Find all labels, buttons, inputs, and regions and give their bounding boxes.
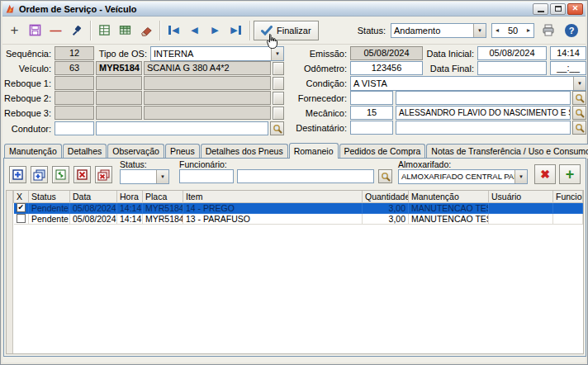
record-count-spinner[interactable]: ◂ 50 ▸ <box>491 23 534 38</box>
add-row-button[interactable] <box>9 166 26 183</box>
mecanico-lookup-button[interactable] <box>572 106 586 120</box>
tab-notas-transferencia[interactable]: Notas de Transferência / Uso e Consumo <box>426 144 588 159</box>
col-header-check[interactable]: X <box>14 191 29 202</box>
prev-record-button[interactable]: ◀ <box>184 20 205 41</box>
finalizar-label: Finalizar <box>277 26 311 36</box>
reboque1-browse-button[interactable] <box>273 77 284 90</box>
window-title: Ordem de Serviço - Veículo <box>19 4 531 14</box>
finalizar-button[interactable]: Finalizar <box>254 21 319 40</box>
spin-right-icon[interactable]: ▸ <box>524 26 533 34</box>
row-checkbox-checked[interactable]: ✔ <box>17 203 26 212</box>
destinatario-code-field[interactable] <box>350 121 393 135</box>
reboque2-browse-button[interactable] <box>273 92 284 105</box>
funcionario-lookup-button[interactable] <box>378 169 392 183</box>
print-button[interactable] <box>539 20 557 41</box>
spinner-value: 50 <box>502 26 524 36</box>
new-record-button[interactable]: + <box>4 20 25 41</box>
tab-detalhes-dos-pneus[interactable]: Detalhes dos Pneus <box>201 144 288 159</box>
condutor-label: Condutor: <box>3 124 55 134</box>
condutor-code-field[interactable] <box>55 121 94 135</box>
col-header-status[interactable]: Status <box>29 191 70 202</box>
order-form: Sequência: 12 Tipo de OS: INTERNA ▼ Veíc… <box>3 46 586 142</box>
tab-pedidos-de-compra[interactable]: Pedidos de Compra <box>339 144 426 159</box>
refresh-row-button[interactable] <box>52 166 69 183</box>
remove-selected-button[interactable]: ✖ <box>534 164 556 184</box>
col-header-data[interactable]: Data <box>70 191 117 202</box>
data-final-time-field[interactable]: __:__ <box>550 61 586 75</box>
save-button[interactable] <box>25 20 45 41</box>
fornecedor-label: Fornecedor: <box>287 93 350 103</box>
col-header-usuario[interactable]: Usuário <box>489 191 553 202</box>
delete-record-button[interactable]: — <box>45 20 66 41</box>
col-header-placa[interactable]: Placa <box>143 191 183 202</box>
sequencia-row: Sequência: 12 Tipo de OS: INTERNA ▼ <box>3 46 284 60</box>
insert-selected-button[interactable]: + <box>559 164 581 184</box>
mecanico-name-field[interactable]: ALESSANDRO FLAVIO DO NASCIMENTO E SILVA <box>396 106 571 120</box>
chevron-down-icon[interactable]: ▼ <box>156 170 168 183</box>
col-header-hora[interactable]: Hora <box>117 191 143 202</box>
cell-manutencao: MANUTENCAO TESTE 2 <box>409 202 489 213</box>
data-inicial-time-field[interactable]: 14:14 <box>550 46 586 60</box>
tab-romaneio[interactable]: Romaneio <box>289 143 339 159</box>
tab-detalhes[interactable]: Detalhes <box>63 144 107 159</box>
chevron-down-icon[interactable]: ▼ <box>573 77 586 90</box>
col-header-funcionario[interactable]: Funcion <box>553 191 583 202</box>
reboque3-browse-button[interactable] <box>273 107 284 120</box>
condutor-name-field[interactable] <box>96 121 268 135</box>
first-record-button[interactable]: ◀ <box>164 20 184 41</box>
tab-manutencao[interactable]: Manutenção <box>4 144 62 159</box>
delete-row-button[interactable] <box>74 166 91 183</box>
grid-view-button[interactable] <box>115 20 135 41</box>
tab-observacao[interactable]: Observação <box>107 144 164 159</box>
table-row[interactable]: Pendente 05/08/2024 14:14 MYR5184 13 - P… <box>14 213 583 224</box>
help-button[interactable]: ? <box>562 20 581 41</box>
clear-button[interactable] <box>135 20 156 41</box>
maximize-button[interactable] <box>550 3 566 15</box>
chevron-down-icon[interactable]: ▼ <box>514 170 527 183</box>
status-select[interactable]: Andamento ▼ <box>391 23 486 38</box>
chevron-down-icon[interactable]: ▼ <box>271 47 283 60</box>
minimize-button[interactable] <box>533 3 548 15</box>
filter-status-value <box>121 170 156 183</box>
veiculo-browse-button[interactable] <box>273 62 284 75</box>
last-record-button[interactable]: ▶ <box>225 20 246 41</box>
funcionario-code-field[interactable] <box>179 169 234 183</box>
condicao-select[interactable]: A VISTA ▼ <box>350 76 586 91</box>
fornecedor-name-field[interactable] <box>396 91 571 105</box>
col-header-item[interactable]: Item <box>183 191 363 202</box>
add-multiple-button[interactable] <box>31 166 48 183</box>
col-header-manutencao[interactable]: Manutenção <box>409 191 489 202</box>
fornecedor-lookup-button[interactable] <box>572 91 586 105</box>
tab-bar: Manutenção Detalhes Observação Pneus Det… <box>4 143 584 159</box>
almoxarifado-select[interactable]: ALMOXARIFADO CENTRAL PARELHA ▼ <box>398 169 528 184</box>
tipo-os-select[interactable]: INTERNA ▼ <box>150 46 284 61</box>
chevron-down-icon[interactable]: ▼ <box>473 24 486 37</box>
tab-pneus[interactable]: Pneus <box>165 144 200 159</box>
grid-indicator-gutter[interactable] <box>7 191 13 353</box>
destinatario-label: Destinatário: <box>287 123 350 133</box>
magnifier-icon <box>575 93 585 103</box>
search-button[interactable] <box>66 20 87 41</box>
data-final-date-field[interactable] <box>477 61 547 75</box>
spreadsheet-export-button[interactable] <box>94 20 115 41</box>
filter-status-label: Status: <box>120 159 147 169</box>
fornecedor-code-field[interactable] <box>350 91 393 105</box>
destinatario-lookup-button[interactable] <box>572 121 586 135</box>
window-titlebar[interactable]: Ordem de Serviço - Veículo ✕ <box>2 2 586 17</box>
col-header-quantidade[interactable]: Quantidade <box>363 191 409 202</box>
row-checkbox-unchecked[interactable] <box>17 214 26 223</box>
next-record-button[interactable]: ▶ <box>205 20 225 41</box>
reboque3-desc-field <box>144 106 271 120</box>
delete-multiple-button[interactable] <box>95 166 112 183</box>
data-inicial-date-field[interactable]: 05/08/2024 <box>477 46 547 60</box>
condutor-lookup-button[interactable] <box>270 121 284 135</box>
table-row[interactable]: ✔ Pendente 05/08/2024 14:14 MYR5184 14 -… <box>14 202 583 213</box>
cell-funcionario <box>553 202 583 213</box>
odometro-field[interactable]: 123456 <box>350 61 423 75</box>
mecanico-code-field[interactable]: 15 <box>350 106 393 120</box>
funcionario-name-field[interactable] <box>237 169 374 183</box>
close-button[interactable]: ✕ <box>567 3 583 15</box>
filter-status-select[interactable]: ▼ <box>120 169 169 184</box>
destinatario-name-field[interactable] <box>396 121 571 135</box>
spin-left-icon[interactable]: ◂ <box>492 26 502 34</box>
